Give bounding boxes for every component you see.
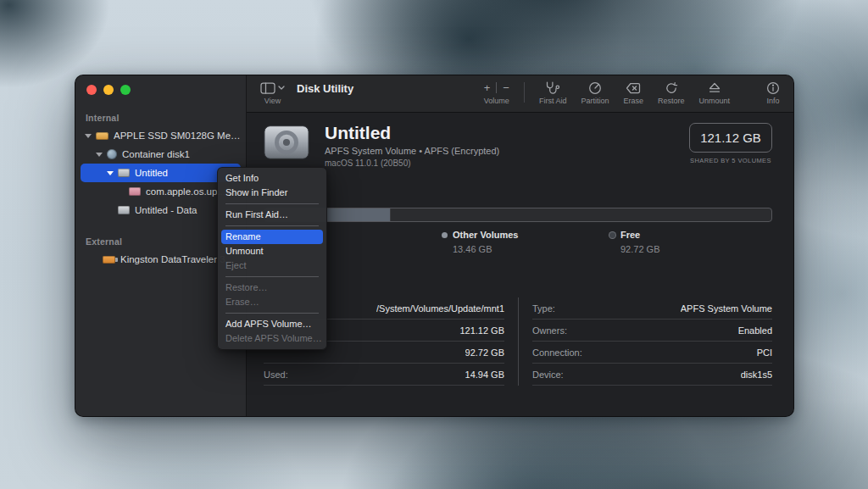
restore-button-label: Restore: [658, 97, 685, 105]
chevron-down-icon[interactable]: [85, 134, 92, 138]
usage-bar: [264, 208, 772, 222]
sidebar-item-container-disk1[interactable]: Container disk1: [81, 145, 241, 164]
erase-button-label: Erase: [623, 97, 643, 105]
capacity-note: SHARED BY 5 VOLUMES: [689, 157, 772, 164]
details-table: /System/Volumes/Update/mnt1 121.12 GB 92…: [264, 297, 772, 386]
menu-item-eject[interactable]: Eject: [218, 258, 326, 273]
sidebar-item-label: com.apple.os.up...: [146, 186, 225, 197]
sidebar-icon: [260, 82, 275, 94]
detail-value: APFS System Volume: [681, 303, 772, 314]
toolbar-divider: [524, 82, 525, 103]
internal-drive-icon: [264, 123, 309, 162]
menu-item-unmount[interactable]: Unmount: [218, 244, 326, 258]
plus-icon[interactable]: +: [484, 81, 491, 94]
detail-value: PCI: [757, 347, 772, 358]
toolbar: View Disk Utility + − Volume: [247, 75, 793, 113]
table-row: Device: disk1s5: [532, 364, 772, 386]
menu-item-restore[interactable]: Restore…: [218, 281, 326, 295]
volume-icon: [129, 187, 141, 196]
chevron-down-icon[interactable]: [107, 171, 114, 175]
table-row: Type: APFS System Volume: [532, 297, 772, 320]
legend-label: Other Volumes: [453, 230, 518, 240]
main-pane: View Disk Utility + − Volume: [247, 75, 793, 416]
detail-label: Connection:: [532, 347, 582, 358]
volume-detail-view: Untitled APFS System Volume • APFS (Encr…: [247, 113, 793, 416]
window-title: Disk Utility: [297, 82, 353, 95]
unmount-eject-icon: [708, 82, 721, 94]
disk-utility-window: Internal APPLE SSD SM0128G Media Contain…: [75, 75, 794, 417]
sidebar-item-label: APPLE SSD SM0128G Media: [114, 131, 241, 141]
legend-value: 92.72 GB: [620, 244, 659, 254]
ssd-drive-icon: [96, 132, 108, 140]
sidebar-item-label: Container disk1: [122, 149, 190, 159]
menu-item-delete-apfs-volume[interactable]: Delete APFS Volume…: [218, 331, 326, 346]
table-row: Used: 14.94 GB: [264, 364, 504, 386]
erase-button[interactable]: Erase: [623, 81, 643, 105]
menu-item-add-apfs-volume[interactable]: Add APFS Volume…: [218, 317, 326, 331]
menu-item-run-first-aid[interactable]: Run First Aid…: [218, 208, 326, 222]
sidebar-item-label: Untitled: [135, 168, 168, 178]
menu-item-erase[interactable]: Erase…: [218, 295, 326, 309]
menu-item-show-in-finder[interactable]: Show in Finder: [218, 186, 326, 200]
volume-title: Untitled: [325, 123, 499, 143]
table-row: Connection: PCI: [532, 342, 772, 364]
info-button[interactable]: Info: [766, 81, 780, 105]
desktop-wallpaper: Internal APPLE SSD SM0128G Media Contain…: [0, 0, 868, 489]
detail-value: 92.72 GB: [465, 347, 504, 358]
legend-item-other-volumes: Other Volumes 13.46 GB: [442, 230, 518, 254]
chevron-down-icon[interactable]: [96, 153, 103, 157]
container-icon: [107, 149, 117, 159]
minimize-button[interactable]: [103, 85, 114, 95]
volume-icon: [118, 206, 130, 214]
partition-icon: [588, 81, 602, 95]
partition-button[interactable]: Partition: [581, 81, 609, 105]
menu-separator: [225, 203, 319, 204]
sidebar-section-internal: Internal: [75, 108, 246, 126]
sidebar-item-apple-ssd[interactable]: APPLE SSD SM0128G Media: [81, 126, 241, 145]
partition-button-label: Partition: [581, 97, 609, 105]
close-button[interactable]: [86, 85, 97, 95]
usage-legend: Other Volumes 13.46 GB Free 92.72 GB: [264, 230, 772, 265]
detail-label: Used:: [264, 370, 288, 380]
volume-icon: [118, 169, 130, 177]
table-row: Owners: Enabled: [532, 320, 772, 342]
menu-item-get-info[interactable]: Get Info: [218, 171, 326, 186]
volume-button[interactable]: + − Volume: [484, 81, 509, 105]
menu-item-rename[interactable]: Rename: [221, 230, 323, 244]
restore-icon: [665, 81, 678, 95]
view-button[interactable]: View: [260, 81, 285, 105]
detail-value: /System/Volumes/Update/mnt1: [376, 303, 504, 314]
zoom-button[interactable]: [120, 85, 131, 95]
volume-button-label: Volume: [484, 97, 509, 105]
volume-os-version: macOS 11.0.1 (20B50): [325, 158, 499, 168]
info-button-label: Info: [766, 97, 779, 105]
first-aid-button-label: First Aid: [539, 97, 567, 105]
context-menu: Get Info Show in Finder Run First Aid… R…: [217, 167, 327, 350]
legend-item-free: Free 92.72 GB: [609, 230, 659, 254]
first-aid-button[interactable]: First Aid: [539, 81, 567, 105]
sidebar-item-label: Untitled - Data: [135, 205, 198, 215]
detail-value: disk1s5: [741, 370, 772, 380]
capacity-badge: 121.12 GB: [689, 123, 772, 153]
usb-drive-icon: [103, 256, 115, 264]
detail-value: Enabled: [738, 325, 772, 336]
detail-label: Type:: [532, 303, 555, 314]
info-icon: [766, 81, 780, 95]
detail-label: Device:: [532, 370, 564, 380]
traffic-lights: [86, 85, 131, 95]
restore-button[interactable]: Restore: [658, 81, 685, 105]
chevron-down-icon: [278, 86, 285, 90]
legend-value: 13.46 GB: [453, 244, 518, 254]
legend-label: Free: [620, 230, 640, 240]
volume-subtitle: APFS System Volume • APFS (Encrypted): [325, 146, 499, 156]
minus-icon[interactable]: −: [503, 81, 509, 94]
first-aid-icon: [545, 81, 560, 94]
menu-separator: [225, 225, 319, 226]
legend-dot: [442, 232, 448, 238]
menu-separator: [225, 313, 319, 314]
view-label: View: [264, 97, 281, 105]
menu-separator: [225, 276, 319, 277]
detail-value: 14.94 GB: [465, 370, 504, 380]
unmount-button[interactable]: Unmount: [698, 81, 730, 105]
unmount-button-label: Unmount: [698, 97, 730, 105]
